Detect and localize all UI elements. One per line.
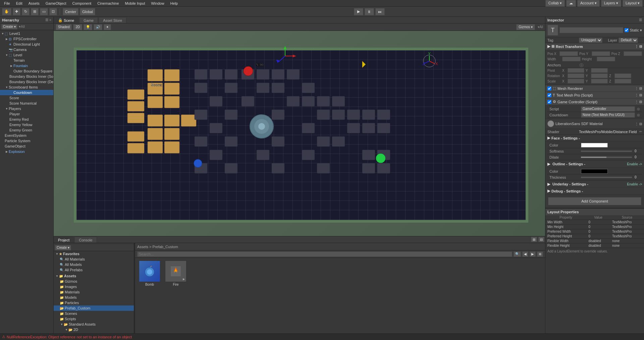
tmp-checkbox[interactable] bbox=[547, 93, 551, 97]
hierarchy-item-fpscontroller[interactable]: ▶ ⊡ FPSController bbox=[0, 36, 53, 42]
hierarchy-item-particle[interactable]: Particle System bbox=[0, 138, 53, 144]
hierarchy-item-eventsystem[interactable]: EventSystem bbox=[0, 133, 53, 138]
rot-z-input[interactable]: -1.525879 bbox=[614, 73, 631, 78]
layout-button[interactable]: Layout ▾ bbox=[623, 0, 643, 7]
search-icon-btn[interactable]: 🔍 bbox=[514, 251, 521, 257]
hierarchy-item-level[interactable]: ▼ ⬚ Level bbox=[0, 52, 53, 58]
play-button[interactable]: ▶ bbox=[354, 8, 363, 15]
rot-x-input[interactable]: 95.45499 bbox=[568, 73, 584, 78]
tool-hand[interactable]: ✋ bbox=[2, 8, 11, 15]
collab-button[interactable]: Collab ▾ bbox=[545, 0, 565, 7]
models-folder[interactable]: 📁 Models bbox=[54, 295, 134, 300]
asset-bomb[interactable]: Bomb bbox=[138, 261, 161, 286]
scripts-folder[interactable]: 📁 Scripts bbox=[54, 316, 134, 322]
global-button[interactable]: Global bbox=[80, 8, 95, 15]
hierarchy-item-enemy-yellow[interactable]: Enemy Yellow bbox=[0, 122, 53, 127]
menu-window[interactable]: Window bbox=[148, 0, 167, 7]
tool-rotate[interactable]: ↻ bbox=[22, 8, 30, 15]
account-button[interactable]: Account ▾ bbox=[577, 0, 600, 7]
hierarchy-item-player[interactable]: Player bbox=[0, 111, 53, 117]
menu-help[interactable]: Help bbox=[168, 0, 181, 7]
pos-x-input[interactable]: 13.68795 bbox=[559, 51, 578, 56]
menu-assets[interactable]: Assets bbox=[26, 0, 42, 7]
hierarchy-item-countdown[interactable]: Countdown bbox=[0, 90, 53, 95]
animations-folder[interactable]: 📁 Animations bbox=[54, 332, 134, 333]
hierarchy-item-players[interactable]: ▼ Players bbox=[0, 106, 53, 111]
hierarchy-item-gameobject[interactable]: GameObject bbox=[0, 144, 53, 149]
project-search-input[interactable] bbox=[137, 251, 512, 257]
script-value-btn[interactable]: GameController bbox=[581, 106, 635, 112]
debug-settings-header[interactable]: ▶ Debug - Settings - bbox=[545, 188, 644, 194]
rect-transform-header[interactable]: ▶ ⊞ Rect Transform ⋮ ⊟ bbox=[545, 43, 644, 50]
hierarchy-item-enemy-red[interactable]: Enemy Red bbox=[0, 117, 53, 122]
scale-y-input[interactable]: 1 bbox=[591, 79, 608, 83]
menu-file[interactable]: File bbox=[1, 0, 13, 7]
hierarchy-item-fountain[interactable]: ▶ Fountain bbox=[0, 63, 53, 68]
2d-button[interactable]: 2D bbox=[73, 24, 82, 30]
shaded-dropdown[interactable]: Shaded bbox=[56, 24, 72, 30]
all-materials-item[interactable]: 🔍 All Materials bbox=[54, 257, 134, 262]
game-controller-header[interactable]: ⚙ Game Controller (Script) ⋮ ⊟ bbox=[545, 99, 644, 105]
pause-button[interactable]: ⏸ bbox=[365, 8, 374, 15]
hierarchy-item-dirlight[interactable]: ☀ Directional Light bbox=[0, 42, 53, 47]
gizmos-folder[interactable]: 📁 Gizmos bbox=[54, 279, 134, 284]
hierarchy-item-score-numerical[interactable]: Score Numerical bbox=[0, 101, 53, 106]
scenes-folder[interactable]: 📁 Scenes bbox=[54, 311, 134, 316]
cloud-button[interactable]: ☁ bbox=[566, 0, 576, 7]
hierarchy-item-level1[interactable]: ▼ ⬚ Level1 bbox=[0, 31, 53, 36]
tab-game[interactable]: Game bbox=[79, 17, 98, 23]
add-component-button[interactable]: Add Component bbox=[548, 197, 641, 205]
icons-large-btn[interactable]: ⊟ bbox=[538, 237, 544, 242]
hierarchy-item-outer-boundary[interactable]: Outer Boundary Square bbox=[0, 68, 53, 74]
icons-small-btn[interactable]: ⊞ bbox=[531, 237, 537, 242]
mesh-renderer-header[interactable]: ⬚ Mesh Renderer ⋮ ⊟ bbox=[545, 85, 644, 92]
scene-view[interactable]: 5:00 Score: bbox=[54, 31, 545, 236]
width-input[interactable]: 6 bbox=[562, 57, 581, 61]
pos-z-input[interactable]: 7.551191 bbox=[624, 51, 642, 56]
menu-cinemachine[interactable]: Cinemachine bbox=[95, 0, 121, 7]
static-checkbox[interactable] bbox=[625, 28, 629, 32]
prefab-custom-folder[interactable]: 📂 Prefab_Custom bbox=[54, 305, 134, 311]
center-button[interactable]: Center bbox=[63, 8, 78, 15]
standard-assets-folder[interactable]: ▼ 📂 Standard Assets bbox=[54, 322, 134, 327]
scale-z-input[interactable]: 1 bbox=[614, 79, 631, 83]
rot-y-input[interactable]: -1.525879 bbox=[591, 73, 608, 78]
hierarchy-item-camera[interactable]: 📷 Camera bbox=[0, 47, 53, 52]
tool-move[interactable]: ✚ bbox=[13, 8, 20, 15]
images-folder[interactable]: 📁 Images bbox=[54, 284, 134, 289]
nav-forward-btn[interactable]: ▶ bbox=[530, 251, 536, 257]
outline-color-swatch[interactable] bbox=[581, 169, 608, 174]
fx-btn[interactable]: ✦ bbox=[104, 24, 111, 30]
scale-x-input[interactable]: 1 bbox=[568, 79, 584, 83]
lights-btn[interactable]: 💡 bbox=[84, 24, 92, 30]
tab-project[interactable]: Project bbox=[54, 237, 74, 243]
countdown-value-btn[interactable]: None (Text Mesh Pro UGUI) bbox=[581, 112, 635, 118]
tool-scale[interactable]: ⊞ bbox=[31, 8, 39, 15]
nav-back-btn[interactable]: ◀ bbox=[522, 251, 528, 257]
assets-folder[interactable]: ▼ 📁 Assets bbox=[54, 273, 134, 279]
gc-checkbox[interactable] bbox=[547, 100, 551, 104]
expand-btn[interactable]: ⊕ bbox=[537, 251, 543, 257]
height-input[interactable]: 3 bbox=[597, 57, 615, 61]
hierarchy-item-explosion[interactable]: ▶ Explosion bbox=[0, 149, 53, 154]
hierarchy-item-score[interactable]: Score bbox=[0, 95, 53, 101]
tag-dropdown[interactable]: Untagged bbox=[579, 38, 602, 43]
object-name-input[interactable]: Countdown bbox=[559, 27, 623, 33]
outline-enable-btn[interactable]: Enable -> bbox=[627, 162, 642, 166]
tab-scene[interactable]: 🔒 Scene bbox=[54, 17, 78, 23]
menu-edit[interactable]: Edit bbox=[13, 0, 25, 7]
pivot-y-input[interactable]: 0.5 bbox=[591, 68, 608, 73]
underlay-settings-header[interactable]: ▶ Underlay - Settings - Enable -> bbox=[545, 181, 644, 188]
asset-fire[interactable]: ▶ Fire bbox=[164, 261, 187, 286]
hierarchy-item-terrain[interactable]: Terrain bbox=[0, 58, 53, 63]
2d-folder[interactable]: ▼ 📂 2D bbox=[54, 327, 134, 332]
pos-y-input[interactable]: 10.39828 bbox=[592, 51, 610, 56]
all-prefabs-item[interactable]: 🔍 All Prefabs bbox=[54, 267, 134, 273]
menu-mobile-input[interactable]: Mobile Input bbox=[122, 0, 148, 7]
favorites-folder[interactable]: ▼ ★ Favorites bbox=[54, 251, 134, 257]
hierarchy-tree[interactable]: ▼ ⬚ Level1 ▶ ⊡ FPSController ☀ Direction… bbox=[0, 30, 53, 333]
layer-dropdown[interactable]: Default bbox=[619, 38, 638, 43]
project-create-button[interactable]: Create ▾ bbox=[55, 245, 71, 250]
outline-settings-header[interactable]: ▶ Outline - Settings - Enable -> bbox=[545, 161, 644, 168]
particles-folder[interactable]: 📁 Particles bbox=[54, 300, 134, 305]
